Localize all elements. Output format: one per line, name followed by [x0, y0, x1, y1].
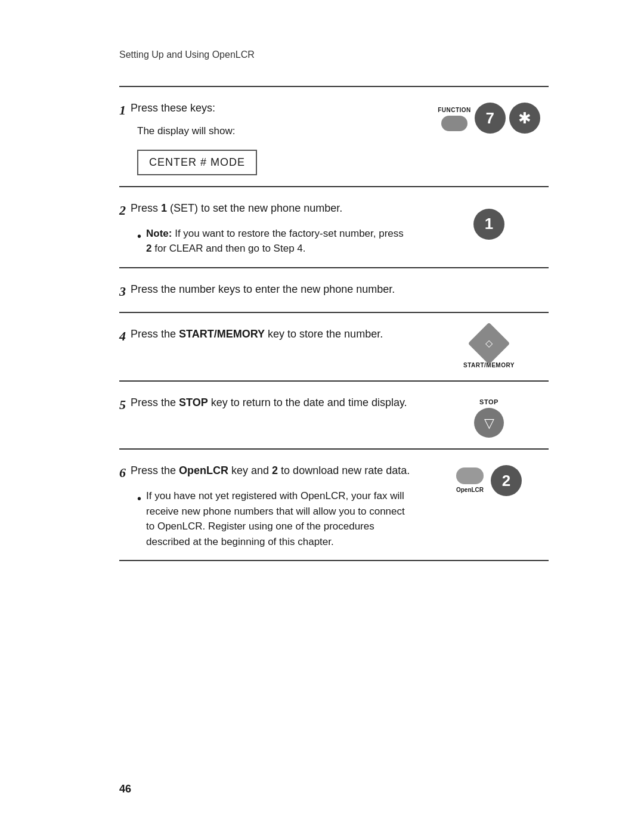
step-2-text: Press 1 (SET) to set the new phone numbe… — [131, 200, 342, 216]
step-1-subtitle: The display will show: — [137, 123, 411, 139]
key-1-button: 1 — [473, 209, 504, 240]
function-button — [441, 116, 467, 131]
openlcr-button — [456, 467, 484, 484]
step-4-number: 4 — [119, 326, 126, 346]
function-label: FUNCTION — [438, 106, 471, 114]
step-6-content: 6 Press the OpenLCR key and 2 to downloa… — [119, 463, 429, 549]
step-6-section: 6 Press the OpenLCR key and 2 to downloa… — [119, 448, 549, 561]
diamond-inner: ◇ — [485, 336, 493, 351]
step-4-section: 4 Press the START/MEMORY key to store th… — [119, 312, 549, 380]
bullet-dot-2: • — [137, 227, 141, 245]
step-1-number: 1 — [119, 100, 126, 120]
step-2-section: 2 Press 1 (SET) to set the new phone num… — [119, 186, 549, 267]
step-6-visual: OpenLCR 2 — [429, 463, 549, 496]
step-5-visual: STOP ▽ — [429, 395, 549, 438]
step-6-number: 6 — [119, 463, 126, 482]
step-3-number: 3 — [119, 281, 126, 301]
step-3-content: 3 Press the number keys to enter the new… — [119, 281, 429, 301]
step-2-visual: 1 — [429, 200, 549, 240]
step-1-keys: FUNCTION 7 ✱ — [438, 103, 540, 134]
step-4-text: Press the START/MEMORY key to store the … — [131, 326, 383, 342]
stop-button: ▽ — [474, 408, 504, 438]
step-2-content: 2 Press 1 (SET) to set the new phone num… — [119, 200, 429, 256]
step-2-number: 2 — [119, 200, 126, 220]
step-6-text: Press the OpenLCR key and 2 to download … — [131, 463, 410, 479]
step-5-content: 5 Press the STOP key to return to the da… — [119, 395, 429, 414]
page-header: Setting Up and Using OpenLCR — [119, 48, 549, 62]
start-memory-container: ◇ START/MEMORY — [463, 329, 515, 370]
stop-icon: ▽ — [484, 413, 494, 433]
key-star-button: ✱ — [509, 103, 540, 134]
step-3-section: 3 Press the number keys to enter the new… — [119, 267, 549, 312]
start-memory-button: ◇ — [468, 322, 510, 364]
stop-label: STOP — [479, 397, 499, 407]
key-1-label: 1 — [485, 212, 493, 236]
step-3-text: Press the number keys to enter the new p… — [131, 281, 395, 298]
key-7-button: 7 — [475, 103, 506, 134]
key-2-button: 2 — [491, 465, 522, 496]
step-5-number: 5 — [119, 395, 126, 414]
step-5-section: 5 Press the STOP key to return to the da… — [119, 380, 549, 449]
step-4-content: 4 Press the START/MEMORY key to store th… — [119, 326, 429, 346]
star-symbol: ✱ — [518, 107, 531, 130]
bullet-dot-6: • — [137, 490, 141, 507]
openlcr-label: OpenLCR — [456, 485, 484, 494]
page-number: 46 — [119, 781, 131, 797]
openlcr-group: OpenLCR — [456, 467, 484, 494]
step-2-note: Note: If you want to restore the factory… — [146, 226, 411, 256]
stop-container: STOP ▽ — [474, 397, 504, 438]
step-1-visual: FUNCTION 7 ✱ — [429, 100, 549, 134]
step-6-bullet: If you have not yet registered with Open… — [146, 488, 411, 549]
openlcr-keys-row: OpenLCR 2 — [456, 465, 522, 496]
step-3-visual — [429, 281, 549, 284]
step-1-content: 1 Press these keys: The display will sho… — [119, 100, 429, 175]
step-4-visual: ◇ START/MEMORY — [429, 326, 549, 370]
function-key-group: FUNCTION — [438, 106, 471, 131]
step-1-section: 1 Press these keys: The display will sho… — [119, 86, 549, 186]
step-5-text: Press the STOP key to return to the date… — [131, 395, 407, 411]
display-box: CENTER # MODE — [137, 150, 257, 175]
step-1-title: Press these keys: — [131, 100, 215, 116]
page: Setting Up and Using OpenLCR 1 Press the… — [0, 0, 644, 833]
